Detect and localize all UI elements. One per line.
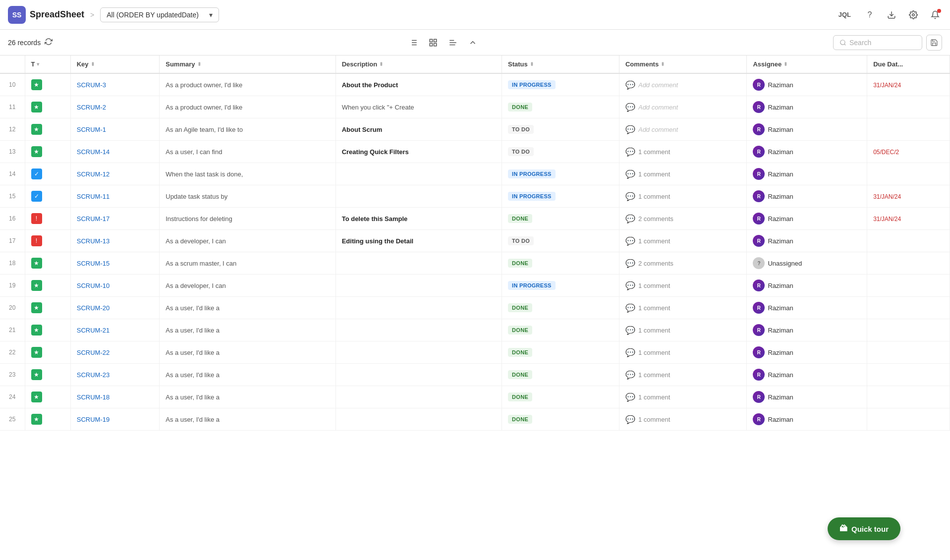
collapse-view-button[interactable]: [464, 34, 482, 52]
summary-text: As a user, I'd like a: [166, 416, 220, 423]
comment-cell: 💬 1 comment: [625, 415, 741, 424]
search-icon: [839, 39, 846, 46]
key-cell: SCRUM-2: [70, 96, 160, 118]
table-row: 10 ★ SCRUM-3 As a product owner, I'd lik…: [0, 73, 950, 96]
grid-view-button[interactable]: [424, 34, 442, 52]
summary-cell: As a product owner, I'd like: [160, 96, 335, 118]
list-view-button[interactable]: [404, 34, 422, 52]
col-comments[interactable]: Comments ⬍: [619, 56, 747, 73]
notification-dot: [937, 9, 941, 13]
col-due-date[interactable]: Due Dat...: [867, 56, 950, 73]
issue-key-link[interactable]: SCRUM-21: [77, 327, 110, 334]
type-cell: !: [25, 208, 70, 230]
summary-text: As a user, I'd like a: [166, 327, 220, 334]
refresh-icon[interactable]: [45, 38, 53, 47]
row-number: 15: [0, 185, 25, 208]
status-badge: DONE: [508, 370, 532, 379]
key-cell: SCRUM-19: [70, 408, 160, 431]
col-description[interactable]: Description ⬍: [335, 56, 502, 73]
save-icon[interactable]: [926, 35, 942, 51]
assignee-cell: R Raziman: [753, 101, 861, 113]
due-date-value: 05/DEC/2: [873, 149, 899, 156]
download-icon[interactable]: [885, 8, 898, 22]
due-date-cell: [867, 319, 950, 341]
search-box[interactable]: Search: [833, 35, 922, 50]
issue-key-link[interactable]: SCRUM-2: [77, 104, 106, 111]
comment-icon: 💬: [625, 169, 635, 179]
comments-cell: 💬 1 comment: [619, 163, 747, 185]
issue-key-link[interactable]: SCRUM-20: [77, 304, 110, 312]
row-number: 24: [0, 386, 25, 408]
quick-tour-button[interactable]: 🏔 Quick tour: [828, 517, 900, 540]
due-date-cell: [867, 275, 950, 297]
table-row: 17 ! SCRUM-13 As a developer, I can Edit…: [0, 230, 950, 252]
issue-key-link[interactable]: SCRUM-12: [77, 170, 110, 178]
table-row: 25 ★ SCRUM-19 As a user, I'd like a DONE…: [0, 408, 950, 431]
issue-key-link[interactable]: SCRUM-11: [77, 193, 110, 200]
comment-cell: 💬 1 comment: [625, 326, 741, 335]
assignee-name: Raziman: [768, 304, 793, 312]
issue-key-link[interactable]: SCRUM-15: [77, 260, 110, 267]
svg-rect-10: [430, 43, 432, 46]
due-date-cell: [867, 252, 950, 275]
comments-cell: 💬 1 comment: [619, 341, 747, 364]
col-status[interactable]: Status ⬍: [502, 56, 619, 73]
col-type[interactable]: T ▾: [25, 56, 70, 73]
description-cell: [335, 275, 502, 297]
comments-cell: 💬 Add comment: [619, 73, 747, 96]
comment-cell: 💬 2 comments: [625, 214, 741, 224]
due-date-cell: [867, 386, 950, 408]
status-cell: IN PROGRESS: [502, 275, 619, 297]
assignee-name: Raziman: [768, 371, 793, 379]
issue-key-link[interactable]: SCRUM-19: [77, 416, 110, 423]
comment-count: 1 comment: [638, 282, 670, 289]
col-assignee[interactable]: Assignee ⬍: [747, 56, 867, 73]
issue-key-link[interactable]: SCRUM-10: [77, 282, 110, 289]
issue-key-link[interactable]: SCRUM-22: [77, 349, 110, 356]
assignee-cell-outer: R Raziman: [747, 118, 867, 141]
col-key[interactable]: Key ⬍: [70, 56, 160, 73]
type-icon: ★: [31, 392, 42, 402]
issue-key-link[interactable]: SCRUM-17: [77, 215, 110, 223]
assignee-cell-outer: R Raziman: [747, 141, 867, 163]
issue-key-link[interactable]: SCRUM-14: [77, 148, 110, 156]
summary-text: When the last task is done,: [166, 170, 243, 178]
settings-icon[interactable]: [906, 8, 920, 22]
hierarchy-view-button[interactable]: [444, 34, 462, 52]
col-summary[interactable]: Summary ⬍: [160, 56, 335, 73]
due-date-cell: [867, 163, 950, 185]
summary-cell: As a user, I'd like a: [160, 408, 335, 431]
assignee-cell: R Raziman: [753, 213, 861, 224]
issue-key-link[interactable]: SCRUM-1: [77, 126, 106, 133]
issue-key-link[interactable]: SCRUM-13: [77, 237, 110, 245]
type-cell: ★: [25, 386, 70, 408]
help-icon[interactable]: ?: [863, 8, 877, 22]
status-cell: DONE: [502, 208, 619, 230]
type-cell: ★: [25, 364, 70, 386]
sort-icon-comments: ⬍: [661, 61, 665, 67]
status-badge: TO DO: [508, 125, 534, 134]
type-icon: !: [31, 213, 42, 224]
row-number: 16: [0, 208, 25, 230]
key-cell: SCRUM-3: [70, 73, 160, 96]
issue-key-link[interactable]: SCRUM-3: [77, 81, 106, 89]
add-comment-text[interactable]: Add comment: [638, 81, 678, 89]
description-text: When you click "+ Create: [342, 104, 414, 111]
summary-cell: When the last task is done,: [160, 163, 335, 185]
issue-key-link[interactable]: SCRUM-18: [77, 393, 110, 401]
notification-icon[interactable]: [928, 8, 942, 22]
summary-cell: As a developer, I can: [160, 230, 335, 252]
app-title: SpreadSheet: [30, 9, 84, 20]
summary-cell: As a user, I'd like a: [160, 341, 335, 364]
filter-dropdown[interactable]: All (ORDER BY updatedDate) ▾: [100, 7, 219, 22]
comment-count: 1 comment: [638, 327, 670, 334]
issue-key-link[interactable]: SCRUM-23: [77, 371, 110, 379]
summary-cell: Update task status by: [160, 185, 335, 208]
add-comment-text[interactable]: Add comment: [638, 104, 678, 111]
svg-point-15: [840, 40, 845, 44]
add-comment-text[interactable]: Add comment: [638, 126, 678, 133]
comment-count: 1 comment: [638, 148, 670, 156]
comments-cell: 💬 2 comments: [619, 208, 747, 230]
assignee-cell: R Raziman: [753, 413, 861, 425]
jql-button[interactable]: JQL: [835, 9, 855, 20]
